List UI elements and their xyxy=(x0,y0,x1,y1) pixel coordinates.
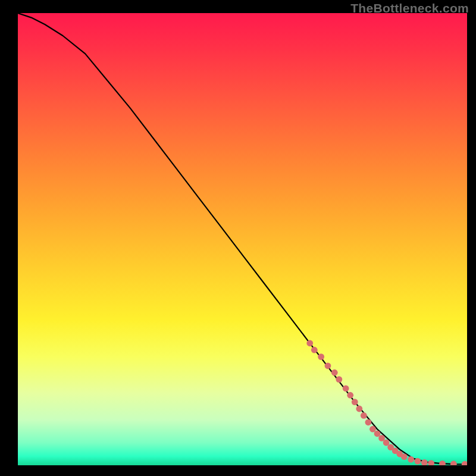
marker-dot xyxy=(361,412,367,419)
marker-dot xyxy=(462,461,467,465)
bottleneck-curve xyxy=(18,13,467,464)
marker-dot xyxy=(311,347,318,353)
marker-dot xyxy=(306,340,313,346)
marker-dot xyxy=(439,461,446,465)
marker-dot xyxy=(450,461,457,465)
marker-dot xyxy=(352,399,358,405)
marker-dot xyxy=(318,353,324,360)
plot-area xyxy=(18,13,467,465)
marker-dot xyxy=(401,453,408,460)
marker-dot xyxy=(408,456,414,463)
marker-dot xyxy=(336,376,342,383)
marker-dot xyxy=(365,419,372,425)
marker-dot xyxy=(343,385,349,392)
chart-container: TheBottleneck.com xyxy=(0,0,476,476)
marker-dot xyxy=(415,458,421,465)
watermark-text: TheBottleneck.com xyxy=(350,1,469,15)
marker-dot xyxy=(325,362,331,369)
marker-dot xyxy=(347,392,353,399)
marker-dot xyxy=(428,460,434,465)
marker-dot xyxy=(356,406,362,412)
chart-overlay xyxy=(18,13,467,465)
marker-dot xyxy=(331,369,338,376)
highlight-markers xyxy=(306,340,467,465)
